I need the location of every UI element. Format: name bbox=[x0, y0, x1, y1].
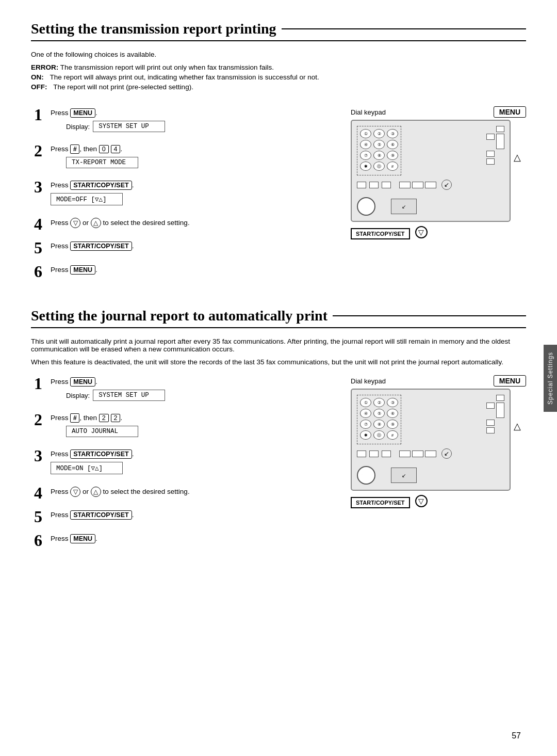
steps-right-1: Dial keypad MENU ① ② ③ ④ ⑤ ⑥ bbox=[351, 106, 526, 287]
num-4: 4 bbox=[111, 145, 121, 153]
bottom-area-1: ↙ bbox=[357, 197, 504, 216]
key-2-0: ⓪ bbox=[373, 430, 385, 440]
step-2-5: 5 Press START/COPY/SET. bbox=[31, 508, 335, 525]
up-arrow-2: △ bbox=[91, 487, 101, 497]
num-2b: 2 bbox=[111, 414, 121, 422]
key-1-1: ① bbox=[360, 129, 371, 138]
display-box-2-2: AUTO JOURNAL bbox=[66, 426, 335, 437]
error-line: ERROR: The transmission report will prin… bbox=[31, 63, 526, 71]
side-tab: Special Settings bbox=[544, 344, 557, 411]
speaker-box-2: ↙ bbox=[391, 468, 417, 483]
on-line: ON: The report will always print out, in… bbox=[31, 73, 526, 81]
up-arrow-1: △ bbox=[91, 218, 101, 228]
speaker-icon-1: ↙ bbox=[441, 180, 452, 190]
key-2-9: ⑨ bbox=[387, 420, 398, 429]
fax-diagram-1: ① ② ③ ④ ⑤ ⑥ ⑦ ⑧ ⑨ ✱ bbox=[351, 120, 511, 222]
speaker-icon-2: ↙ bbox=[441, 448, 452, 459]
up-triangle-1: △ bbox=[514, 152, 521, 163]
keypad-area-1: ① ② ③ ④ ⑤ ⑥ ⑦ ⑧ ⑨ ✱ bbox=[357, 126, 401, 175]
bottom-area-2: ↙ bbox=[357, 466, 504, 485]
menu-label-diagram-1: MENU bbox=[494, 106, 526, 118]
start-copy-set-2-1: START/COPY/SET bbox=[70, 449, 132, 459]
dial-keypad-label-2: Dial keypad bbox=[351, 377, 386, 385]
step-1-3: 3 Press START/COPY/SET. MODE=OFF [▽△] bbox=[31, 179, 335, 208]
display-screen-2: TX-REPORT MODE bbox=[66, 157, 138, 168]
num-0: 0 bbox=[99, 145, 109, 153]
section1-intro: One of the following choices is availabl… bbox=[31, 51, 526, 58]
display-screen-2-1: SYSTEM SET UP bbox=[93, 390, 165, 401]
num-2a: 2 bbox=[99, 414, 109, 422]
key-2-4: ④ bbox=[360, 409, 371, 418]
display-screen-1: SYSTEM SET UP bbox=[93, 121, 165, 132]
section2-intro2: When this feature is deactivated, the un… bbox=[31, 358, 526, 366]
menu-kbd-2-1: MENU bbox=[70, 377, 95, 387]
display-box-2: TX-REPORT MODE bbox=[66, 157, 335, 168]
start-copy-set-kbd-1: START/COPY/SET bbox=[70, 181, 132, 190]
key-1-8: ⑧ bbox=[373, 151, 385, 160]
step-2-2: 2 Press #, then 2 2. AUTO JOURNAL bbox=[31, 411, 335, 440]
step-1-5: 5 Press START/COPY/SET. bbox=[31, 239, 335, 256]
key-2-star: ✱ bbox=[360, 430, 371, 440]
menu-kbd-1: MENU bbox=[70, 108, 95, 118]
keypad-area-2: ① ② ③ ④ ⑤ ⑥ ⑦ ⑧ ⑨ ✱ bbox=[357, 395, 401, 444]
down-arrow-2: ▽ bbox=[70, 487, 80, 497]
section1-title: Setting the transmission report printing bbox=[31, 21, 526, 41]
section1-steps-area: 1 Press MENU. Display: SYSTEM SET UP 2 P… bbox=[31, 106, 526, 287]
step-2-3: 3 Press START/COPY/SET. MODE=ON [▽△] bbox=[31, 447, 335, 477]
steps-left-2: 1 Press MENU. Display: SYSTEM SET UP 2 P… bbox=[31, 375, 335, 556]
speaker-box-1: ↙ bbox=[391, 199, 417, 214]
section2-intro1: This unit will automatically print a jou… bbox=[31, 337, 526, 353]
mid-controls-1: ↙ bbox=[357, 180, 504, 190]
step-2-1: 1 Press MENU. Display: SYSTEM SET UP bbox=[31, 375, 335, 404]
start-label-area-2: START/COPY/SET ▽ bbox=[351, 494, 526, 508]
right-panel-1 bbox=[486, 126, 504, 165]
down-circle-2: ▽ bbox=[415, 495, 428, 507]
key-1-6: ⑥ bbox=[387, 140, 398, 149]
steps-right-2: Dial keypad MENU ① ② ③ ④ ⑤ ⑥ bbox=[351, 375, 526, 556]
key-1-9: ⑨ bbox=[387, 151, 398, 160]
mode-screen-2-1: MODE=ON [▽△] bbox=[51, 462, 123, 474]
step-1-1: 1 Press MENU. Display: SYSTEM SET UP bbox=[31, 106, 335, 135]
step-1-4: 4 Press ▽ or △ to select the desired set… bbox=[31, 216, 335, 232]
key-1-0: ⓪ bbox=[373, 162, 385, 171]
key-2-1: ① bbox=[360, 398, 371, 407]
step-2-6: 6 Press MENU. bbox=[31, 532, 335, 549]
display-screen-2-2: AUTO JOURNAL bbox=[66, 426, 138, 437]
key-1-star: ✱ bbox=[360, 162, 371, 171]
off-line: OFF: The report will not print (pre-sele… bbox=[31, 83, 526, 91]
start-copy-set-kbd-2: START/COPY/SET bbox=[70, 242, 132, 251]
section-journal: Setting the journal report to automatica… bbox=[31, 308, 526, 556]
key-2-3: ③ bbox=[387, 398, 398, 407]
key-2-6: ⑥ bbox=[387, 409, 398, 418]
step-2-4: 4 Press ▽ or △ to select the desired set… bbox=[31, 485, 335, 501]
section2-title: Setting the journal report to automatica… bbox=[31, 308, 526, 328]
menu-kbd-2-2: MENU bbox=[70, 534, 95, 543]
section-transmission: Setting the transmission report printing… bbox=[31, 21, 526, 287]
hash-key-1: # bbox=[70, 144, 79, 154]
start-label-area-1: START/COPY/SET ▽ bbox=[351, 225, 526, 239]
key-1-2: ② bbox=[373, 129, 385, 138]
up-triangle-2: △ bbox=[514, 421, 521, 432]
down-arrow-1: ▽ bbox=[70, 218, 80, 228]
mid-controls-2: ↙ bbox=[357, 448, 504, 459]
key-2-8: ⑧ bbox=[373, 420, 385, 429]
step-1-6: 6 Press MENU. bbox=[31, 263, 335, 280]
key-2-5: ⑤ bbox=[373, 409, 385, 418]
section2-steps-area: 1 Press MENU. Display: SYSTEM SET UP 2 P… bbox=[31, 375, 526, 556]
start-copy-set-label-1: START/COPY/SET bbox=[351, 228, 410, 239]
menu-kbd-2: MENU bbox=[70, 265, 95, 275]
start-copy-set-2-2: START/COPY/SET bbox=[70, 510, 132, 520]
key-2-2: ② bbox=[373, 398, 385, 407]
key-1-7: ⑦ bbox=[360, 151, 371, 160]
hash-key-2: # bbox=[70, 413, 79, 423]
key-2-hash: # bbox=[387, 430, 398, 440]
key-1-hash: # bbox=[387, 162, 398, 171]
down-circle-1: ▽ bbox=[415, 226, 428, 238]
key-2-7: ⑦ bbox=[360, 420, 371, 429]
big-circle-btn-1 bbox=[357, 197, 375, 216]
key-1-4: ④ bbox=[360, 140, 371, 149]
steps-left: 1 Press MENU. Display: SYSTEM SET UP 2 P… bbox=[31, 106, 335, 287]
big-circle-btn-2 bbox=[357, 466, 375, 485]
key-1-5: ⑤ bbox=[373, 140, 385, 149]
dial-keypad-label-1: Dial keypad bbox=[351, 108, 386, 116]
